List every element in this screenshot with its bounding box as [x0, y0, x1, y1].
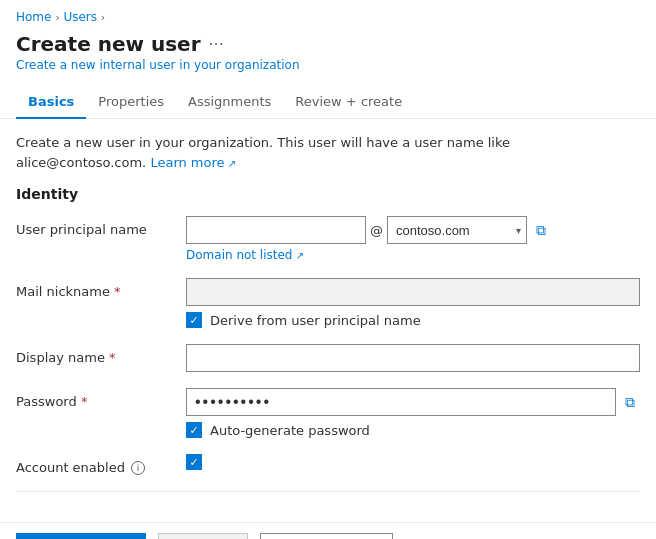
- page-header: Create new user ··· Create a new interna…: [0, 28, 656, 80]
- tab-review-create[interactable]: Review + create: [283, 86, 414, 119]
- copy-upn-button[interactable]: ⧉: [531, 219, 551, 242]
- review-create-button[interactable]: Review + create: [16, 533, 146, 539]
- next-button[interactable]: Next: Properties ›: [260, 533, 393, 539]
- display-name-control: [186, 344, 640, 372]
- learn-more-link[interactable]: Learn more: [150, 155, 236, 170]
- page-title: Create new user: [16, 32, 201, 56]
- checkmark-icon: ✓: [189, 314, 198, 327]
- breadcrumb-sep2: ›: [101, 12, 105, 23]
- password-row: Password * ⧉ ✓ Auto-generate password: [16, 388, 640, 438]
- account-enabled-control: ✓: [186, 454, 640, 470]
- password-input[interactable]: [186, 388, 616, 416]
- domain-select-wrapper: contoso.com ▾: [387, 216, 527, 244]
- mail-nickname-control: ✓ Derive from user principal name: [186, 278, 640, 328]
- info-text: Create a new user in your organization. …: [16, 133, 640, 172]
- upn-row: User principal name @ contoso.com ▾ ⧉ Do…: [16, 216, 640, 262]
- breadcrumb: Home › Users ›: [0, 0, 656, 28]
- checkmark-icon-3: ✓: [189, 456, 198, 469]
- display-name-input[interactable]: [186, 344, 640, 372]
- upn-control: @ contoso.com ▾ ⧉ Domain not listed: [186, 216, 640, 262]
- account-enabled-label-row: Account enabled i: [16, 454, 186, 475]
- auto-generate-row: ✓ Auto-generate password: [186, 422, 640, 438]
- display-name-required: *: [109, 350, 116, 365]
- password-required: *: [81, 394, 88, 409]
- auto-generate-label: Auto-generate password: [210, 423, 370, 438]
- more-icon[interactable]: ···: [209, 35, 224, 54]
- breadcrumb-users[interactable]: Users: [63, 10, 97, 24]
- tab-assignments[interactable]: Assignments: [176, 86, 283, 119]
- previous-button[interactable]: ‹ Previous: [158, 533, 248, 539]
- password-control: ⧉ ✓ Auto-generate password: [186, 388, 640, 438]
- form-content: Create a new user in your organization. …: [0, 119, 656, 522]
- upn-label: User principal name: [16, 216, 186, 237]
- account-enabled-checkbox[interactable]: ✓: [186, 454, 202, 470]
- tab-properties[interactable]: Properties: [86, 86, 176, 119]
- derive-checkbox-label: Derive from user principal name: [210, 313, 421, 328]
- upn-at-sign: @: [370, 223, 383, 238]
- account-enabled-info-icon[interactable]: i: [131, 461, 145, 475]
- page-subtitle: Create a new internal user in your organ…: [16, 58, 640, 72]
- auto-generate-checkbox[interactable]: ✓: [186, 422, 202, 438]
- derive-checkbox[interactable]: ✓: [186, 312, 202, 328]
- upn-input[interactable]: [186, 216, 366, 244]
- mail-nickname-row: Mail nickname * ✓ Derive from user princ…: [16, 278, 640, 328]
- domain-not-listed-link[interactable]: Domain not listed: [186, 248, 640, 262]
- mail-nickname-label: Mail nickname *: [16, 278, 186, 299]
- footer: Review + create ‹ Previous Next: Propert…: [0, 522, 656, 539]
- breadcrumb-sep1: ›: [55, 12, 59, 23]
- tab-basics[interactable]: Basics: [16, 86, 86, 119]
- form-divider: [16, 491, 640, 492]
- section-title: Identity: [16, 186, 640, 202]
- account-enabled-row: Account enabled i ✓: [16, 454, 640, 475]
- mail-nickname-required: *: [114, 284, 121, 299]
- display-name-row: Display name *: [16, 344, 640, 372]
- tabs-bar: Basics Properties Assignments Review + c…: [0, 86, 656, 119]
- derive-checkbox-row: ✓ Derive from user principal name: [186, 312, 640, 328]
- domain-select[interactable]: contoso.com: [387, 216, 527, 244]
- checkmark-icon-2: ✓: [189, 424, 198, 437]
- breadcrumb-home[interactable]: Home: [16, 10, 51, 24]
- password-label: Password *: [16, 388, 186, 409]
- copy-password-button[interactable]: ⧉: [620, 391, 640, 414]
- mail-nickname-input[interactable]: [186, 278, 640, 306]
- display-name-label: Display name *: [16, 344, 186, 365]
